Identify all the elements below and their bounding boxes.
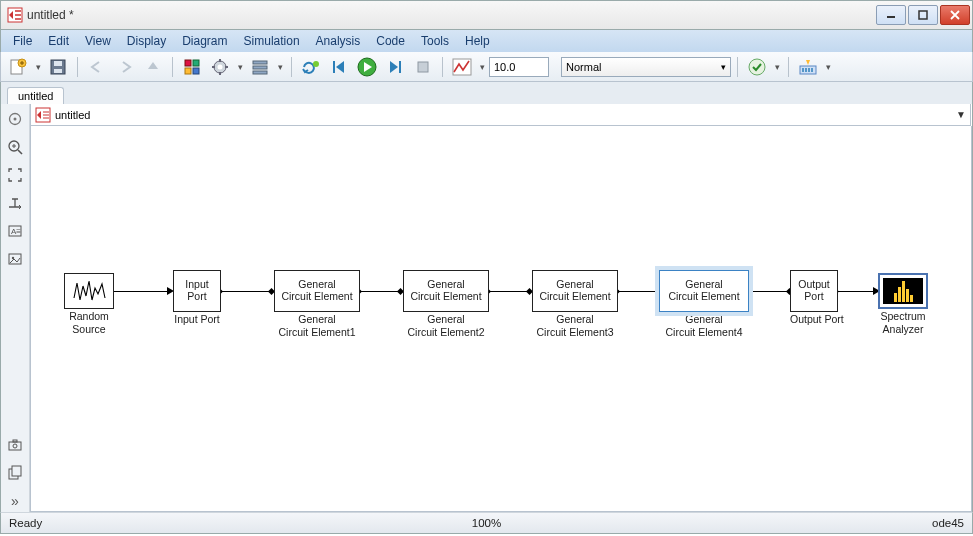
- save-button[interactable]: [45, 55, 71, 79]
- menu-diagram[interactable]: Diagram: [174, 32, 235, 50]
- signal-inspector-dropdown[interactable]: ▾: [477, 62, 487, 72]
- step-forward-button[interactable]: [382, 55, 408, 79]
- signal-inspector-button[interactable]: [449, 55, 475, 79]
- zoom-fit-button[interactable]: [4, 136, 26, 158]
- svg-point-45: [13, 444, 17, 448]
- svg-rect-24: [399, 61, 401, 73]
- status-left: Ready: [9, 517, 42, 529]
- build-dropdown[interactable]: ▾: [772, 62, 782, 72]
- svg-rect-47: [12, 466, 21, 476]
- block-random-source[interactable]: Random Source: [64, 273, 114, 335]
- stop-button[interactable]: [410, 55, 436, 79]
- breadcrumb-dropdown[interactable]: ▼: [952, 109, 970, 120]
- update-diagram-button[interactable]: [298, 55, 324, 79]
- up-button[interactable]: [140, 55, 166, 79]
- svg-point-34: [14, 118, 17, 121]
- title-bar: untitled *: [0, 0, 973, 30]
- svg-text:A≡: A≡: [11, 227, 21, 236]
- back-button[interactable]: [84, 55, 110, 79]
- block-gce2[interactable]: GeneralCircuit Element GeneralCircuit El…: [403, 270, 489, 338]
- canvas[interactable]: Random Source InputPort Input Port Gener…: [31, 126, 971, 511]
- block-gce3[interactable]: GeneralCircuit Element GeneralCircuit El…: [532, 270, 618, 338]
- tab-strip: untitled: [0, 82, 973, 104]
- svg-rect-25: [418, 62, 428, 72]
- new-model-dropdown[interactable]: ▾: [33, 62, 43, 72]
- status-bar: Ready 100% ode45: [0, 512, 973, 534]
- palette-bar: A≡ »: [1, 104, 30, 512]
- window-title: untitled *: [27, 8, 74, 22]
- svg-rect-9: [193, 60, 199, 66]
- library-browser-button[interactable]: [179, 55, 205, 79]
- fit-to-view-button[interactable]: [4, 164, 26, 186]
- block-output-port[interactable]: OutputPort Output Port: [790, 270, 838, 326]
- minimize-button[interactable]: [876, 5, 906, 25]
- svg-rect-8: [185, 60, 191, 66]
- svg-rect-22: [333, 61, 335, 73]
- model-config-button[interactable]: [207, 55, 233, 79]
- deploy-dropdown[interactable]: ▾: [823, 62, 833, 72]
- stop-time-input[interactable]: [489, 57, 549, 77]
- close-button[interactable]: [940, 5, 970, 25]
- block-input-port[interactable]: InputPort Input Port: [173, 270, 221, 326]
- menu-help[interactable]: Help: [457, 32, 498, 50]
- toolbar: ▾ ▾ ▾ ▾ Normal▾ ▾ ▾: [0, 52, 973, 82]
- forward-button[interactable]: [112, 55, 138, 79]
- status-zoom: 100%: [472, 517, 501, 529]
- svg-rect-18: [253, 61, 267, 64]
- svg-rect-2: [919, 11, 927, 19]
- screenshot-button[interactable]: [4, 434, 26, 456]
- svg-rect-43: [9, 442, 21, 450]
- svg-point-13: [218, 64, 223, 69]
- menu-file[interactable]: File: [5, 32, 40, 50]
- build-button[interactable]: [744, 55, 770, 79]
- menu-code[interactable]: Code: [368, 32, 413, 50]
- new-model-button[interactable]: [5, 55, 31, 79]
- block-spectrum-analyzer[interactable]: Spectrum Analyzer: [878, 273, 928, 335]
- annotation-button[interactable]: A≡: [4, 220, 26, 242]
- menu-tools[interactable]: Tools: [413, 32, 457, 50]
- copy-view-button[interactable]: [4, 462, 26, 484]
- menu-simulation[interactable]: Simulation: [236, 32, 308, 50]
- svg-point-27: [749, 59, 765, 75]
- expand-button[interactable]: »: [4, 490, 26, 512]
- simulation-mode-select[interactable]: Normal▾: [561, 57, 731, 77]
- svg-rect-11: [193, 68, 199, 74]
- status-solver: ode45: [932, 517, 964, 529]
- model-config-dropdown[interactable]: ▾: [235, 62, 245, 72]
- svg-line-36: [18, 150, 22, 154]
- menu-analysis[interactable]: Analysis: [308, 32, 369, 50]
- run-button[interactable]: [354, 55, 380, 79]
- app-icon: [7, 7, 23, 23]
- image-button[interactable]: [4, 248, 26, 270]
- breadcrumb-model: untitled: [55, 109, 90, 121]
- deploy-button[interactable]: [795, 55, 821, 79]
- menu-view[interactable]: View: [77, 32, 119, 50]
- svg-point-21: [313, 61, 319, 67]
- menu-edit[interactable]: Edit: [40, 32, 77, 50]
- svg-rect-7: [54, 69, 62, 73]
- menu-display[interactable]: Display: [119, 32, 174, 50]
- step-back-button[interactable]: [326, 55, 352, 79]
- hide-browser-button[interactable]: [4, 108, 26, 130]
- maximize-button[interactable]: [908, 5, 938, 25]
- model-icon: [35, 107, 51, 123]
- svg-rect-19: [253, 66, 267, 69]
- block-gce4[interactable]: GeneralCircuit Element GeneralCircuit El…: [659, 270, 749, 338]
- tab-model[interactable]: untitled: [7, 87, 64, 104]
- breadcrumb[interactable]: untitled: [31, 107, 952, 123]
- block-gce1[interactable]: GeneralCircuit Element GeneralCircuit El…: [274, 270, 360, 338]
- sample-time-button[interactable]: [4, 192, 26, 214]
- menu-bar: File Edit View Display Diagram Simulatio…: [0, 30, 973, 52]
- svg-rect-6: [54, 61, 62, 66]
- svg-rect-44: [13, 440, 17, 442]
- svg-rect-20: [253, 71, 267, 74]
- model-explorer-button[interactable]: [247, 55, 273, 79]
- svg-rect-10: [185, 68, 191, 74]
- model-explorer-dropdown[interactable]: ▾: [275, 62, 285, 72]
